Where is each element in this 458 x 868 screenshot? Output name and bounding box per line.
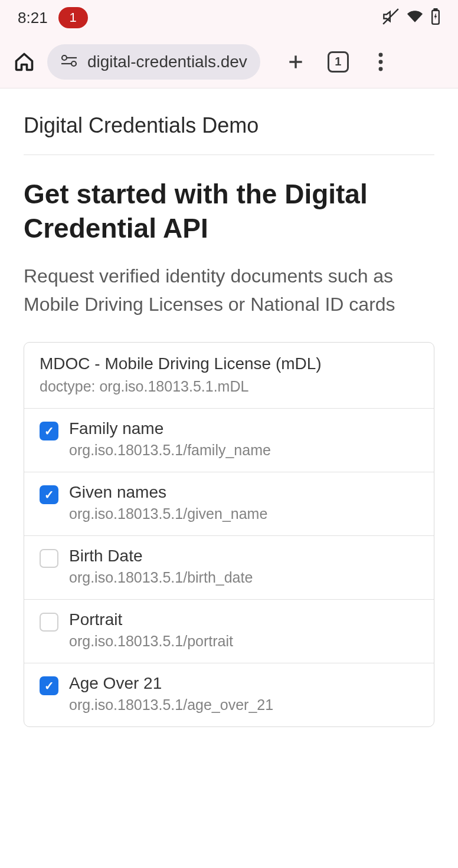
checkbox[interactable]: ✓ <box>40 422 58 440</box>
site-settings-icon <box>60 54 78 70</box>
svg-point-10 <box>378 60 382 64</box>
checkmark-icon: ✓ <box>44 489 54 501</box>
credential-field-row[interactable]: Portraitorg.iso.18013.5.1/portrait <box>24 600 434 663</box>
field-text: Family nameorg.iso.18013.5.1/family_name <box>69 419 418 459</box>
overflow-menu-button[interactable] <box>370 51 391 73</box>
svg-point-9 <box>378 52 382 57</box>
url-text: digital-credentials.dev <box>87 52 247 71</box>
checkbox[interactable]: ✓ <box>40 676 58 695</box>
wifi-icon <box>407 9 423 27</box>
field-label: Portrait <box>69 610 418 629</box>
svg-point-6 <box>71 61 76 66</box>
page-content: Digital Credentials Demo Get started wit… <box>0 88 458 727</box>
field-label: Family name <box>69 419 418 438</box>
address-bar[interactable]: digital-credentials.dev <box>47 44 260 80</box>
checkbox[interactable] <box>40 549 58 568</box>
status-bar: 8:21 1 <box>0 0 458 35</box>
card-subtitle: doctype: org.iso.18013.5.1.mDL <box>40 378 418 395</box>
svg-point-3 <box>62 55 67 60</box>
field-label: Birth Date <box>69 547 418 565</box>
checkbox[interactable] <box>40 613 58 632</box>
field-identifier: org.iso.18013.5.1/age_over_21 <box>69 696 418 714</box>
battery-icon <box>431 8 440 27</box>
status-left: 8:21 1 <box>18 7 88 28</box>
field-text: Age Over 21org.iso.18013.5.1/age_over_21 <box>69 674 418 714</box>
svg-point-11 <box>378 67 382 71</box>
mute-icon <box>382 8 399 27</box>
credential-field-row[interactable]: ✓Age Over 21org.iso.18013.5.1/age_over_2… <box>24 663 434 726</box>
field-identifier: org.iso.18013.5.1/birth_date <box>69 569 418 586</box>
home-button[interactable] <box>12 50 37 74</box>
svg-rect-2 <box>434 8 437 11</box>
credential-field-row[interactable]: Birth Dateorg.iso.18013.5.1/birth_date <box>24 536 434 600</box>
checkbox[interactable]: ✓ <box>40 485 58 504</box>
field-text: Birth Dateorg.iso.18013.5.1/birth_date <box>69 547 418 586</box>
field-label: Age Over 21 <box>69 674 418 693</box>
checkmark-icon: ✓ <box>44 425 54 437</box>
card-title: MDOC - Mobile Driving License (mDL) <box>40 354 418 373</box>
tab-switcher-button[interactable]: 1 <box>328 51 349 73</box>
credential-card: MDOC - Mobile Driving License (mDL) doct… <box>24 342 434 727</box>
field-identifier: org.iso.18013.5.1/portrait <box>69 633 418 650</box>
checkmark-icon: ✓ <box>44 680 54 692</box>
credential-field-row[interactable]: ✓Family nameorg.iso.18013.5.1/family_nam… <box>24 409 434 472</box>
page-title: Digital Credentials Demo <box>24 113 434 155</box>
credential-field-row[interactable]: ✓Given namesorg.iso.18013.5.1/given_name <box>24 472 434 536</box>
card-header: MDOC - Mobile Driving License (mDL) doct… <box>24 343 434 409</box>
tab-count: 1 <box>335 55 341 68</box>
field-text: Given namesorg.iso.18013.5.1/given_name <box>69 483 418 522</box>
field-label: Given names <box>69 483 418 502</box>
new-tab-button[interactable] <box>285 51 306 73</box>
browser-actions: 1 <box>285 51 391 73</box>
field-identifier: org.iso.18013.5.1/family_name <box>69 442 418 459</box>
field-text: Portraitorg.iso.18013.5.1/portrait <box>69 610 418 650</box>
field-identifier: org.iso.18013.5.1/given_name <box>69 505 418 522</box>
status-time: 8:21 <box>18 9 48 27</box>
page-heading: Get started with the Digital Credential … <box>24 177 434 245</box>
notification-badge[interactable]: 1 <box>58 7 88 28</box>
browser-toolbar: digital-credentials.dev 1 <box>0 35 458 88</box>
status-right <box>382 8 440 27</box>
page-subtitle: Request verified identity documents such… <box>24 262 434 318</box>
